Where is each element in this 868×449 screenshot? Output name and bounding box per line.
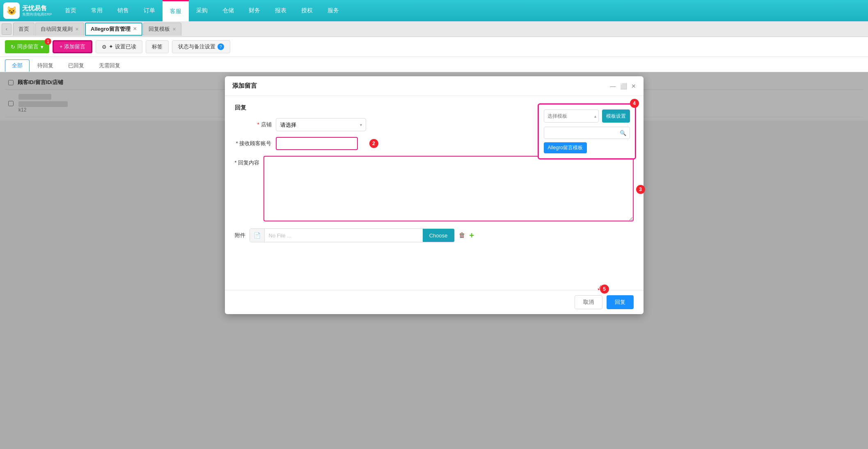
shop-select[interactable]: 请选择 [276, 118, 366, 131]
modal-minimize-btn[interactable]: — [610, 83, 616, 89]
recipient-input[interactable] [276, 137, 358, 150]
nav-item-auth[interactable]: 授权 [294, 0, 320, 21]
tab-template[interactable]: 回复模板 ✕ [143, 23, 181, 36]
main-area: 顾客ID/留言ID/店铺 ███████y ██████████ d... k1… [0, 72, 868, 449]
nav-item-report[interactable]: 报表 [268, 0, 294, 21]
shop-label: 店铺 [235, 121, 272, 128]
template-item-allegro[interactable]: Allegro留言模板 [544, 142, 587, 153]
app-name: 无忧易售 [22, 5, 52, 12]
template-search-row: 🔍 [544, 127, 630, 139]
modal-footer: ↓ 5 取消 回复 [225, 290, 644, 314]
tab-auto-reply[interactable]: 自动回复规则 ✕ [35, 23, 84, 36]
nav-item-order[interactable]: 订单 [136, 0, 163, 21]
sync-btn-wrap: ↻ 同步留言 ▾ 1 [5, 40, 49, 53]
status-btn[interactable]: 状态与备注设置 ? [172, 40, 230, 53]
step-4-badge: 4 [630, 99, 639, 108]
app-subtitle: 免费跨境电商ERP [22, 12, 52, 17]
step-3-badge: 3 [636, 185, 645, 194]
file-upload-area: 📄 No File ... Choose [250, 228, 455, 242]
nav-item-home[interactable]: 首页 [57, 0, 84, 21]
filter-replied[interactable]: 已回复 [61, 59, 91, 72]
refresh-icon: ↻ [11, 44, 15, 50]
tab-home[interactable]: 首页 [13, 23, 34, 36]
nav-item-sales[interactable]: 销售 [110, 0, 136, 21]
modal: 添加留言 — ⬜ ✕ 回复 店铺 请选择 [225, 76, 644, 314]
recipient-label: * 接收顾客账号 [235, 140, 272, 147]
nav-item-warehouse[interactable]: 仓储 [215, 0, 241, 21]
search-icon: 🔍 [616, 130, 630, 136]
nav-items: 首页 常用 销售 订单 客服 采购 仓储 财务 报表 授权 服务 [57, 0, 868, 21]
tab-auto-reply-close[interactable]: ✕ [75, 27, 79, 32]
modal-title: 添加留言 [232, 82, 257, 90]
nav-item-customer[interactable]: 客服 [163, 0, 189, 21]
filter-pending[interactable]: 待回复 [30, 59, 60, 72]
modal-controls: — ⬜ ✕ [610, 83, 636, 89]
logo-icon: 😺 [3, 2, 20, 19]
tab-auto-reply-label: 自动回复规则 [41, 25, 73, 33]
template-section: 4 ▴ 模板设置 🔍 Allegro留言模板 [538, 103, 636, 160]
delete-attachment-btn[interactable]: 🗑 [459, 232, 465, 239]
nav-item-finance[interactable]: 财务 [241, 0, 268, 21]
template-dropdown-arrow: ▴ [594, 114, 596, 119]
reply-content-section: * 回复内容 3 [235, 156, 634, 223]
cancel-button[interactable]: 取消 [575, 295, 602, 309]
file-icon: 📄 [250, 228, 265, 242]
template-select-wrap: ▴ [544, 109, 599, 123]
file-name: No File ... [265, 232, 423, 239]
nav-item-service[interactable]: 服务 [320, 0, 346, 21]
reply-content-textarea[interactable] [263, 156, 633, 221]
top-nav: 😺 无忧易售 免费跨境电商ERP 首页 常用 销售 订单 客服 采购 仓储 财务… [0, 0, 868, 21]
attachment-row: 附件 📄 No File ... Choose 🗑 + [235, 228, 634, 242]
confirm-button[interactable]: 回复 [607, 295, 634, 309]
tab-allegro[interactable]: Allegro留言管理 ✕ [85, 23, 142, 36]
gear-icon: ⚙ [102, 44, 107, 50]
sync-btn[interactable]: ↻ 同步留言 ▾ [5, 40, 49, 53]
step-5-badge: 5 [600, 285, 609, 294]
filter-no-need[interactable]: 无需回复 [92, 59, 127, 72]
set-read-btn[interactable]: ⚙ ✦ 设置已读 [96, 40, 142, 53]
tab-template-label: 回复模板 [149, 25, 170, 33]
sync-dropdown-arrow: ▾ [41, 44, 44, 50]
toolbar: ↻ 同步留言 ▾ 1 + 添加留言 ⚙ ✦ 设置已读 标签 状态与备注设置 ? [0, 37, 868, 57]
modal-header: 添加留言 — ⬜ ✕ [225, 76, 644, 96]
modal-body: 回复 店铺 请选择 ▾ * 接收顾客账号 [225, 96, 644, 290]
add-message-btn[interactable]: + 添加留言 [53, 40, 92, 53]
filter-all[interactable]: 全部 [5, 59, 30, 72]
help-icon: ? [218, 43, 224, 50]
template-settings-btn[interactable]: 模板设置 [602, 109, 630, 123]
modal-maximize-btn[interactable]: ⬜ [620, 83, 627, 89]
add-attachment-btn[interactable]: + [469, 231, 474, 240]
attach-actions: 🗑 + [459, 231, 474, 240]
tab-template-close[interactable]: ✕ [172, 27, 176, 32]
template-search-input[interactable] [544, 127, 616, 139]
modal-overlay: 添加留言 — ⬜ ✕ 回复 店铺 请选择 [0, 72, 868, 449]
tag-btn[interactable]: 标签 [146, 40, 169, 53]
nav-logo: 😺 无忧易售 免费跨境电商ERP [0, 2, 57, 19]
step-2-badge: 2 [369, 139, 378, 148]
attachment-label: 附件 [235, 232, 245, 239]
tab-bar: ‹ 首页 自动回复规则 ✕ Allegro留言管理 ✕ 回复模板 ✕ [0, 21, 868, 37]
tab-allegro-close[interactable]: ✕ [133, 26, 137, 32]
tab-home-label: 首页 [18, 25, 29, 33]
modal-close-btn[interactable]: ✕ [631, 83, 636, 89]
tab-allegro-label: Allegro留言管理 [91, 25, 131, 33]
nav-item-purchase[interactable]: 采购 [189, 0, 215, 21]
template-header: ▴ 模板设置 [544, 109, 630, 123]
tab-prev-btn[interactable]: ‹ [2, 23, 11, 35]
sync-badge: 1 [45, 38, 51, 45]
nav-item-common[interactable]: 常用 [84, 0, 110, 21]
filter-tabs: 全部 待回复 已回复 无需回复 [0, 57, 868, 72]
choose-button[interactable]: Choose [423, 228, 454, 242]
shop-select-wrap: 请选择 ▾ [276, 118, 366, 131]
template-select-input[interactable] [544, 109, 599, 123]
